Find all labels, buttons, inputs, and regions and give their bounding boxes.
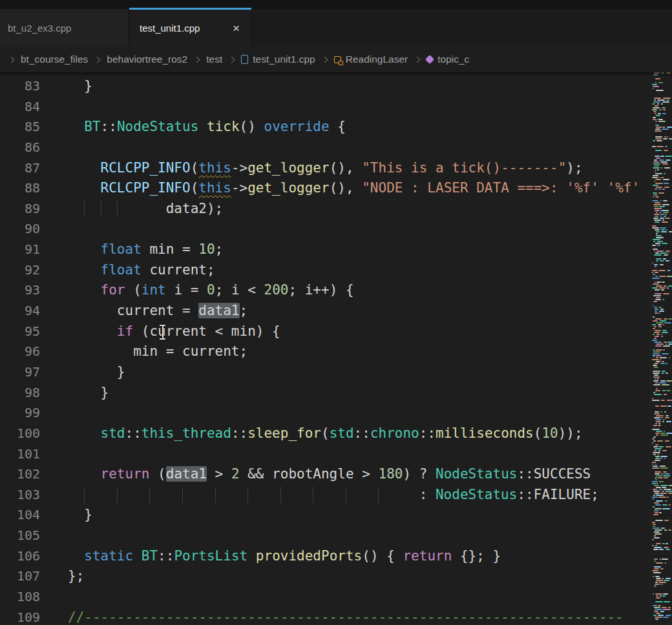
code-line[interactable]: 90 [0,219,672,240]
minimap-mark [653,316,655,318]
code-line[interactable]: 86 [0,138,672,158]
minimap-mark [662,390,666,391]
minimap-mark [652,287,658,289]
method-icon [425,55,434,64]
breadcrumb-item-test[interactable]: test [206,54,222,65]
code-line[interactable]: 104 } [0,505,672,526]
minimap-mark [664,458,666,459]
minimap-mark [653,489,657,490]
line-number: 107 [0,566,40,587]
code-line[interactable]: 85 BT::NodeStatus tick() override { [0,117,672,138]
code-line[interactable]: 106 static BT::PortsList providedPorts()… [0,546,672,567]
code-token: () { [362,548,403,564]
code-line[interactable]: 88 RCLCPP_INFO(this->get_logger(), "NODE… [0,178,672,199]
code-line[interactable]: 91 float min = 10; [0,240,672,260]
breadcrumb-item-behaviortree-ros2[interactable]: behaviortree_ros2 [107,54,187,65]
minimap-mark [655,529,662,531]
minimap-mark [663,212,669,213]
minimap-mark [656,258,662,260]
minimap-mark [658,121,666,122]
code-token: int [142,282,166,298]
line-number: 92 [0,260,40,281]
code-line[interactable]: 103 : NodeStatus::FAILURE; [0,485,672,506]
minimap-mark [653,371,660,372]
code-line[interactable]: 94 current = data1; [0,301,672,322]
minimap-mark [656,483,658,484]
tab-bt-u2-ex3-cpp[interactable]: bt_u2_ex3.cpp [0,9,129,46]
line-number: 99 [0,403,40,424]
minimap-mark [657,241,663,242]
breadcrumb-item-topic-c[interactable]: topic_c [437,54,469,65]
minimap-mark [655,78,660,79]
minimap-mark [662,163,668,165]
code-token [68,119,84,134]
minimap-mark [655,229,660,231]
line-number: 93 [0,280,40,301]
code-line[interactable]: 99 [0,403,672,424]
code-token [198,119,207,134]
minimap-mark [666,373,668,374]
minimap-mark [658,307,662,308]
tab-test-unit1-cpp[interactable]: test_unit1.cpp × [129,9,252,46]
code-line[interactable]: 95 if (current < min) { [0,322,672,342]
minimap-mark [668,529,671,531]
minimap-mark [655,471,661,473]
code-line[interactable]: 96 min = current; [0,342,672,362]
minimap-mark [655,183,663,184]
code-line[interactable]: 105 [0,526,672,546]
minimap-mark [661,229,665,231]
code-line[interactable]: 87 RCLCPP_INFO(this->get_logger(), "This… [0,158,672,179]
minimap-mark [654,374,658,376]
minimap-mark [659,109,662,110]
minimap-mark [653,514,658,515]
code-line[interactable]: 89 data2); [0,199,672,220]
code-token: ; [240,303,248,318]
code-token: ( [191,180,199,196]
code-line[interactable]: 100 std::this_thread::sleep_for(std::chr… [0,424,672,444]
code-line[interactable]: 84 [0,97,672,118]
minimap-mark [655,125,659,126]
minimap-mark [655,202,660,203]
breadcrumb-item-bt-course-files[interactable]: bt_course_files [21,54,88,65]
minimap[interactable] [650,72,672,625]
minimap-mark [654,417,660,418]
code-line[interactable]: 98 } [0,383,672,404]
minimap-mark [667,400,672,401]
minimap-mark [665,562,666,564]
code-line[interactable]: 93 for (int i = 0; i < 200; i++) { [0,280,672,301]
minimap-mark [653,301,657,302]
code-line[interactable]: 102 return (data1 > 2 && robotAngle > 18… [0,464,672,485]
minimap-mark [666,615,671,616]
breadcrumb-item-readinglaser[interactable]: ReadingLaser [346,54,408,65]
minimap-mark [662,101,669,103]
line-number: 94 [0,301,40,322]
minimap-mark [669,231,672,232]
minimap-mark [653,498,654,500]
chevron-right-icon [414,56,421,63]
code-token [133,548,142,564]
code-token: NodeStatus [117,119,198,134]
minimap-mark [655,216,658,217]
minimap-mark [655,419,661,420]
code-line[interactable]: 101 [0,444,672,465]
minimap-mark [652,545,654,546]
code-line[interactable]: 108 [0,587,672,608]
code-line[interactable]: 109//-----------------------------------… [0,608,672,625]
minimap-mark [664,431,665,432]
breadcrumb-item-test-unit1-cpp[interactable]: test_unit1.cpp [253,54,315,65]
code-line[interactable]: 107}; [0,566,672,587]
minimap-mark [653,524,656,525]
minimap-mark [654,159,657,161]
code-line[interactable]: 92 float current; [0,260,672,281]
minimap-mark [652,438,655,440]
minimap-mark [658,177,660,178]
code-line[interactable]: 83 } [0,76,672,97]
code-token: -> [231,160,247,176]
minimap-mark [657,103,659,105]
code-line[interactable]: 97 } [0,362,672,383]
close-tab-icon[interactable]: × [231,22,241,34]
code-editor[interactable]: 83 }8485 BT::NodeStatus tick() override … [0,72,672,625]
minimap-mark [655,464,656,465]
minimap-mark [667,127,672,128]
minimap-mark [661,167,662,169]
